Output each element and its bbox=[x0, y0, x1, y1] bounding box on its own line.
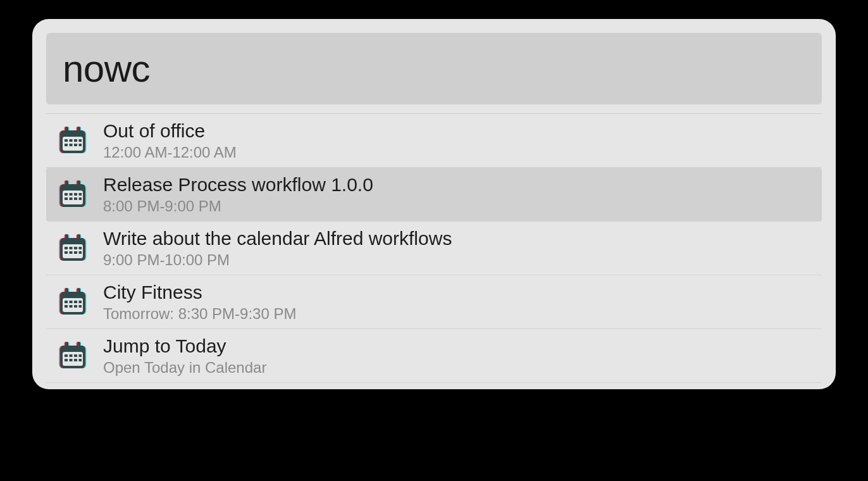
svg-rect-79 bbox=[65, 342, 68, 348]
svg-rect-30 bbox=[74, 193, 77, 196]
result-text: City FitnessTomorrow: 8:30 PM-9:30 PM bbox=[103, 282, 296, 322]
calendar-icon bbox=[54, 337, 92, 375]
result-title: Release Process workflow 1.0.0 bbox=[103, 174, 373, 196]
svg-rect-32 bbox=[65, 197, 68, 200]
svg-rect-34 bbox=[74, 197, 77, 200]
svg-rect-65 bbox=[70, 301, 73, 303]
result-title: City Fitness bbox=[103, 282, 296, 304]
svg-rect-88 bbox=[74, 359, 77, 361]
calendar-icon bbox=[54, 283, 92, 321]
results-list: Out of office12:00 AM-12:00 AM Release bbox=[46, 114, 822, 383]
result-title: Out of office bbox=[103, 120, 237, 142]
svg-rect-62 bbox=[77, 288, 80, 294]
svg-rect-53 bbox=[79, 251, 82, 254]
svg-rect-16 bbox=[74, 144, 77, 146]
calendar-icon bbox=[54, 122, 92, 159]
svg-rect-28 bbox=[65, 193, 68, 196]
svg-rect-35 bbox=[79, 197, 82, 200]
svg-rect-69 bbox=[70, 305, 73, 308]
svg-rect-17 bbox=[79, 144, 82, 146]
svg-rect-47 bbox=[70, 247, 73, 249]
svg-rect-87 bbox=[70, 359, 73, 361]
svg-rect-66 bbox=[74, 301, 77, 303]
result-item[interactable]: Release Process workflow 1.0.08:00 PM-9:… bbox=[46, 168, 822, 222]
result-subtitle: Tomorrow: 8:30 PM-9:30 PM bbox=[103, 305, 296, 323]
result-title: Jump to Today bbox=[103, 335, 266, 358]
svg-rect-52 bbox=[74, 251, 77, 254]
svg-rect-71 bbox=[79, 305, 82, 308]
result-text: Write about the calendar Alfred workflow… bbox=[103, 228, 452, 268]
svg-rect-44 bbox=[77, 234, 80, 240]
result-subtitle: Open Today in Calendar bbox=[103, 359, 266, 377]
search-input[interactable] bbox=[63, 47, 805, 91]
svg-rect-11 bbox=[70, 139, 73, 142]
result-item[interactable]: City FitnessTomorrow: 8:30 PM-9:30 PM bbox=[46, 275, 822, 329]
result-subtitle: 12:00 AM-12:00 AM bbox=[103, 144, 237, 161]
calendar-icon bbox=[54, 229, 92, 267]
calendar-icon bbox=[54, 175, 92, 213]
result-item[interactable]: Out of office12:00 AM-12:00 AM bbox=[46, 114, 822, 168]
svg-rect-13 bbox=[79, 139, 82, 142]
result-text: Out of office12:00 AM-12:00 AM bbox=[103, 120, 237, 161]
svg-rect-84 bbox=[74, 354, 77, 357]
result-subtitle: 8:00 PM-9:00 PM bbox=[103, 197, 373, 215]
launcher-panel: Out of office12:00 AM-12:00 AM Release bbox=[32, 19, 836, 389]
svg-rect-48 bbox=[74, 247, 77, 249]
svg-rect-14 bbox=[65, 144, 68, 146]
svg-rect-26 bbox=[77, 180, 80, 187]
result-text: Release Process workflow 1.0.08:00 PM-9:… bbox=[103, 174, 373, 215]
svg-rect-83 bbox=[70, 354, 73, 357]
svg-rect-89 bbox=[79, 359, 82, 361]
svg-rect-82 bbox=[65, 354, 68, 357]
result-title: Write about the calendar Alfred workflow… bbox=[103, 228, 452, 250]
svg-rect-86 bbox=[65, 359, 68, 361]
svg-rect-7 bbox=[65, 127, 68, 133]
search-container bbox=[46, 33, 822, 104]
svg-rect-31 bbox=[79, 193, 82, 196]
result-text: Jump to TodayOpen Today in Calendar bbox=[103, 335, 266, 376]
svg-rect-12 bbox=[74, 139, 77, 142]
svg-rect-29 bbox=[70, 193, 73, 196]
svg-rect-67 bbox=[79, 301, 82, 303]
svg-rect-70 bbox=[74, 305, 77, 308]
result-item[interactable]: Write about the calendar Alfred workflow… bbox=[46, 222, 822, 275]
svg-rect-64 bbox=[65, 301, 68, 303]
svg-rect-49 bbox=[79, 247, 82, 249]
result-item[interactable]: Jump to TodayOpen Today in Calendar bbox=[46, 329, 822, 383]
svg-rect-10 bbox=[65, 139, 68, 142]
svg-rect-33 bbox=[70, 197, 73, 200]
result-subtitle: 9:00 PM-10:00 PM bbox=[103, 251, 452, 269]
svg-rect-85 bbox=[79, 354, 82, 357]
svg-rect-46 bbox=[65, 247, 68, 249]
svg-rect-15 bbox=[70, 144, 73, 146]
svg-rect-8 bbox=[77, 127, 80, 133]
svg-rect-50 bbox=[65, 251, 68, 254]
svg-rect-80 bbox=[77, 342, 80, 348]
svg-rect-25 bbox=[65, 180, 68, 187]
svg-rect-43 bbox=[65, 234, 68, 240]
svg-rect-68 bbox=[65, 305, 68, 308]
svg-rect-61 bbox=[65, 288, 68, 294]
svg-rect-51 bbox=[70, 251, 73, 254]
